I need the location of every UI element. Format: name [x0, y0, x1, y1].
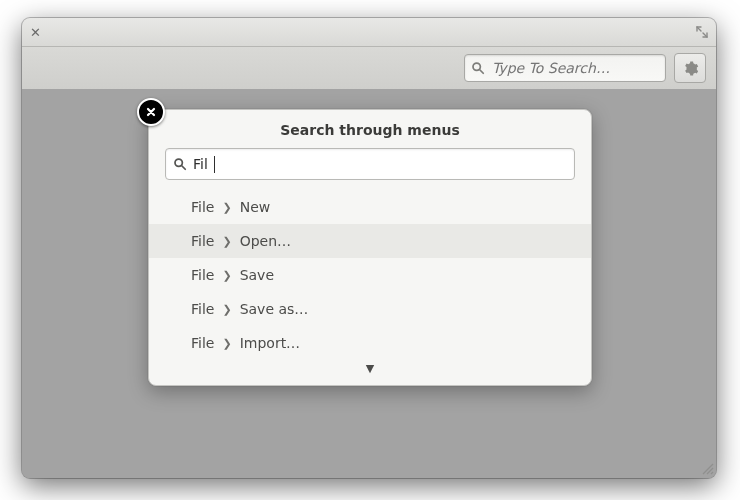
result-row[interactable]: File❯Open…: [149, 224, 591, 258]
chevron-right-icon: ❯: [222, 303, 231, 316]
close-icon: [145, 106, 157, 118]
popover-search-value: Fil: [193, 156, 208, 172]
titlebar: ✕: [22, 18, 716, 47]
resize-grip-icon[interactable]: [700, 461, 714, 478]
result-row[interactable]: File❯Save as…: [149, 292, 591, 326]
svg-line-1: [480, 70, 484, 74]
result-menu: File: [191, 301, 214, 317]
toolbar-search[interactable]: [464, 54, 666, 82]
result-command: Save: [240, 267, 274, 283]
toolbar-search-input[interactable]: [490, 59, 659, 77]
expand-icon[interactable]: [696, 26, 708, 38]
results-list: File❯NewFile❯Open…File❯SaveFile❯Save as……: [149, 186, 591, 360]
gear-icon: [682, 60, 699, 77]
close-icon[interactable]: ✕: [30, 26, 41, 39]
result-command: Import…: [240, 335, 300, 351]
popover-close-button[interactable]: [137, 98, 165, 126]
result-menu: File: [191, 335, 214, 351]
result-row[interactable]: File❯Save: [149, 258, 591, 292]
svg-line-3: [182, 166, 186, 170]
chevron-right-icon: ❯: [222, 201, 231, 214]
chevron-right-icon: ❯: [222, 235, 231, 248]
result-menu: File: [191, 233, 214, 249]
popover-title: Search through menus: [149, 110, 591, 148]
settings-button[interactable]: [674, 53, 706, 83]
more-results-indicator[interactable]: ▼: [149, 360, 591, 379]
toolbar: [22, 47, 716, 90]
popover-search[interactable]: Fil: [165, 148, 575, 180]
result-row[interactable]: File❯New: [149, 190, 591, 224]
result-row[interactable]: File❯Import…: [149, 326, 591, 360]
chevron-right-icon: ❯: [222, 337, 231, 350]
chevron-right-icon: ❯: [222, 269, 231, 282]
result-command: New: [240, 199, 271, 215]
result-menu: File: [191, 267, 214, 283]
text-caret: [214, 156, 215, 173]
result-menu: File: [191, 199, 214, 215]
menu-search-popover: Search through menus Fil File❯NewFile❯Op…: [148, 109, 592, 386]
result-command: Save as…: [240, 301, 309, 317]
search-icon: [471, 61, 485, 75]
result-command: Open…: [240, 233, 291, 249]
